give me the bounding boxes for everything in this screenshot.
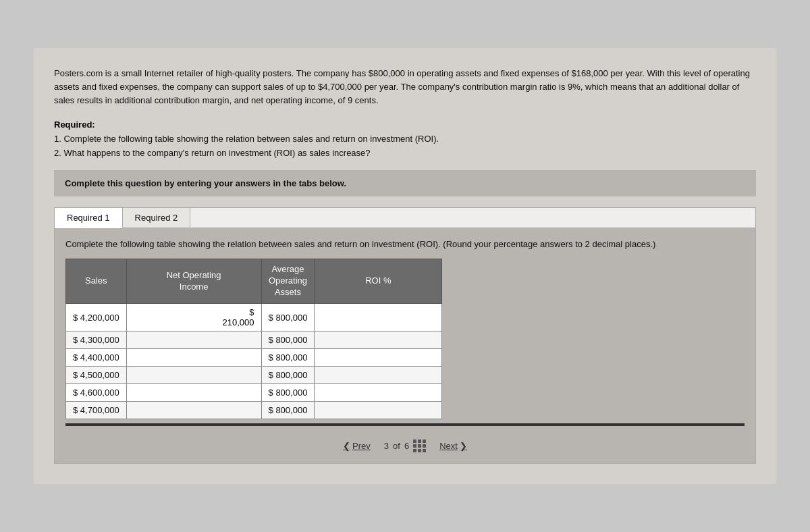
- roi-input[interactable]: [321, 313, 435, 323]
- page-container: Posters.com is a small Internet retailer…: [34, 48, 776, 484]
- required-item-1: 1. Complete the following table showing …: [54, 132, 756, 147]
- total-pages: 6: [404, 441, 409, 451]
- cell-roi[interactable]: [315, 331, 442, 349]
- intro-text: Posters.com is a small Internet retailer…: [54, 67, 756, 107]
- noi-input[interactable]: [134, 370, 254, 380]
- table-row: $ 4,500,000$ 800,000: [66, 367, 442, 384]
- cell-roi[interactable]: [315, 349, 442, 367]
- required-section: Required: 1. Complete the following tabl…: [54, 119, 756, 161]
- col-header-noi: Net OperatingIncome: [126, 259, 261, 304]
- of-label: of: [393, 441, 400, 451]
- roi-input[interactable]: [321, 388, 435, 398]
- roi-input[interactable]: [321, 370, 435, 380]
- table-row: $ 4,300,000$ 800,000: [66, 331, 442, 349]
- cell-roi[interactable]: [315, 367, 442, 384]
- noi-prefix: $: [249, 307, 254, 317]
- cell-noi[interactable]: [126, 349, 261, 367]
- cell-sales: $ 4,500,000: [66, 367, 127, 384]
- col-header-aoa: AverageOperatingAssets: [261, 259, 315, 304]
- cell-sales: $ 4,300,000: [66, 331, 127, 349]
- tab-instruction: Complete the following table showing the…: [65, 238, 745, 251]
- cell-aoa: $ 800,000: [261, 349, 315, 367]
- cell-aoa: $ 800,000: [261, 384, 315, 402]
- cell-noi[interactable]: [126, 384, 261, 402]
- cell-roi[interactable]: [315, 384, 442, 402]
- tab-required-2[interactable]: Required 2: [123, 208, 191, 228]
- prev-arrow-icon: ❮: [343, 441, 350, 451]
- tabs-container: Required 1 Required 2 Complete the follo…: [54, 207, 756, 464]
- cell-aoa: $ 800,000: [261, 402, 315, 419]
- cell-sales: $ 4,700,000: [66, 402, 127, 419]
- current-page: 3: [384, 441, 389, 451]
- required-label: Required:: [54, 119, 756, 130]
- cell-roi[interactable]: [315, 304, 442, 331]
- cell-sales: $ 4,200,000: [66, 304, 127, 331]
- prev-button[interactable]: ❮ Prev: [343, 441, 371, 451]
- tab-required-1[interactable]: Required 1: [55, 208, 123, 228]
- data-table: Sales Net OperatingIncome AverageOperati…: [65, 259, 442, 419]
- table-row: $ 4,700,000$ 800,000: [66, 402, 442, 419]
- cell-noi[interactable]: [126, 367, 261, 384]
- roi-input[interactable]: [321, 405, 435, 415]
- bottom-bar: [65, 423, 745, 426]
- roi-input[interactable]: [321, 335, 435, 345]
- table-row: $ 4,200,000$ $ 800,000: [66, 304, 442, 331]
- table-row: $ 4,600,000$ 800,000: [66, 384, 442, 402]
- noi-input[interactable]: [134, 405, 254, 415]
- next-button[interactable]: Next ❯: [439, 441, 467, 451]
- col-header-sales: Sales: [66, 259, 127, 304]
- roi-input[interactable]: [321, 352, 435, 363]
- noi-input[interactable]: [134, 317, 254, 327]
- cell-sales: $ 4,400,000: [66, 349, 127, 367]
- tabs-header: Required 1 Required 2: [55, 208, 755, 228]
- tab-content: Complete the following table showing the…: [55, 228, 755, 463]
- next-arrow-icon: ❯: [460, 441, 467, 451]
- navigation-bar: ❮ Prev 3 of 6 Next ❯: [65, 440, 745, 452]
- cell-aoa: $ 800,000: [261, 367, 315, 384]
- table-row: $ 4,400,000$ 800,000: [66, 349, 442, 367]
- cell-sales: $ 4,600,000: [66, 384, 127, 402]
- prev-label: Prev: [352, 441, 371, 451]
- grid-icon: [413, 440, 426, 452]
- cell-aoa: $ 800,000: [261, 304, 315, 331]
- col-header-roi: ROI %: [315, 259, 442, 304]
- cell-noi[interactable]: [126, 331, 261, 349]
- cell-noi: $: [126, 304, 261, 331]
- noi-input[interactable]: [134, 388, 254, 398]
- noi-input[interactable]: [134, 335, 254, 345]
- next-label: Next: [439, 441, 458, 451]
- cell-noi[interactable]: [126, 402, 261, 419]
- cell-aoa: $ 800,000: [261, 331, 315, 349]
- cell-roi[interactable]: [315, 402, 442, 419]
- noi-input[interactable]: [134, 352, 254, 363]
- question-box: Complete this question by entering your …: [54, 170, 756, 196]
- page-indicator: 3 of 6: [384, 440, 426, 452]
- required-item-2: 2. What happens to the company's return …: [54, 147, 756, 161]
